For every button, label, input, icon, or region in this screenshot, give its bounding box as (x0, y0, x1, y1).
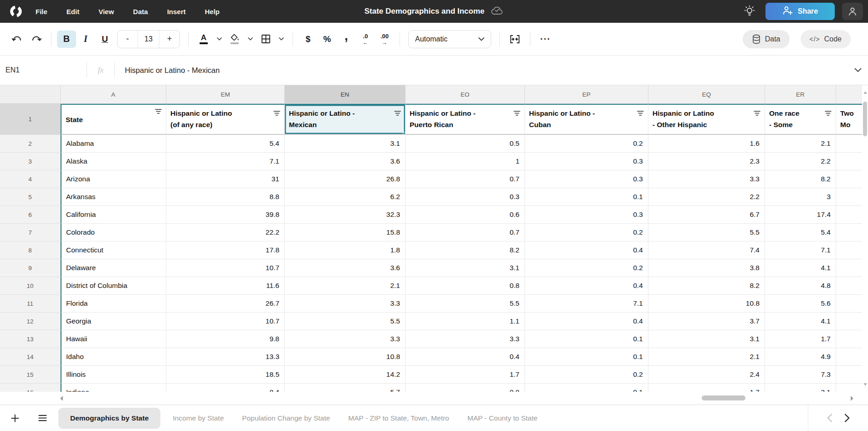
cell-A4[interactable]: Arizona (61, 170, 166, 188)
filter-icon[interactable] (754, 111, 760, 116)
cell-EQ4[interactable]: 3.3 (648, 170, 765, 188)
cell-ER10[interactable]: 4.8 (765, 277, 836, 295)
sheet-list-button[interactable] (34, 410, 51, 427)
column-header-EO[interactable]: EO (406, 85, 525, 104)
fill-handle[interactable] (403, 132, 406, 135)
row-number-10[interactable]: 10 (0, 277, 61, 295)
cell-EQ3[interactable]: 2.3 (648, 153, 765, 170)
borders-dropdown[interactable] (275, 31, 287, 48)
data-panel-button[interactable]: Data (743, 30, 790, 48)
row-number-9[interactable]: 9 (0, 259, 61, 277)
cell-EM12[interactable]: 10.7 (166, 313, 285, 330)
redo-button[interactable] (26, 31, 46, 48)
fill-color-dropdown[interactable] (244, 31, 256, 48)
bold-button[interactable]: B (57, 31, 76, 48)
cell-ER5[interactable]: 3 (765, 188, 836, 206)
cell-ER9[interactable]: 4.1 (765, 259, 836, 277)
cell-EM3[interactable]: 7.1 (166, 153, 285, 170)
cell-A14[interactable]: Idaho (61, 348, 166, 366)
share-button[interactable]: Share (765, 3, 835, 20)
cell-A15[interactable]: Illinois (61, 366, 166, 384)
cell-EQ9[interactable]: 3.8 (648, 259, 765, 277)
cell-EM7[interactable]: 22.2 (166, 224, 285, 241)
cell-EN11[interactable]: 3.3 (285, 295, 406, 313)
cell-EO13[interactable]: 3.3 (406, 330, 525, 348)
cell-EQ7[interactable]: 5.5 (648, 224, 765, 241)
cell-EP5[interactable]: 0.1 (525, 188, 648, 206)
cell-EO10[interactable]: 0.8 (406, 277, 525, 295)
filter-icon[interactable] (394, 111, 401, 116)
cell-EO11[interactable]: 5.5 (406, 295, 525, 313)
scroll-up-button[interactable] (863, 88, 868, 96)
cell-EM11[interactable]: 26.7 (166, 295, 285, 313)
cell-EP3[interactable]: 0.3 (525, 153, 648, 170)
menu-edit[interactable]: Edit (67, 8, 79, 15)
cell-A6[interactable]: California (61, 206, 166, 224)
filter-icon[interactable] (825, 111, 832, 116)
font-size-increase-button[interactable]: + (159, 31, 180, 48)
formula-input[interactable]: Hispanic or Latino - Mexican (115, 66, 848, 75)
font-size-decrease-button[interactable]: - (118, 31, 138, 48)
code-panel-button[interactable]: </> Code (801, 30, 851, 48)
cell-EO3[interactable]: 1 (406, 153, 525, 170)
cell-ER4[interactable]: 8.2 (765, 170, 836, 188)
menu-insert[interactable]: Insert (167, 8, 186, 15)
font-size-value[interactable]: 13 (138, 31, 159, 48)
cell-EM15[interactable]: 18.5 (166, 366, 285, 384)
cell-A10[interactable]: District of Columbia (61, 277, 166, 295)
cell-EP16[interactable]: 0.1 (525, 384, 648, 392)
number-format-select[interactable]: Automatic (408, 30, 491, 48)
account-avatar-button[interactable] (842, 3, 863, 20)
undo-button[interactable] (7, 31, 26, 48)
row-number-13[interactable]: 13 (0, 330, 61, 348)
cell-EN7[interactable]: 15.8 (285, 224, 406, 241)
cell-EN5[interactable]: 6.2 (285, 188, 406, 206)
cell-EP2[interactable]: 0.2 (525, 135, 648, 153)
more-options-button[interactable]: ··· (536, 31, 555, 48)
column-header-A[interactable]: A (61, 85, 166, 104)
cell-EQ2[interactable]: 1.6 (648, 135, 765, 153)
borders-button[interactable] (256, 31, 275, 48)
add-sheet-button[interactable] (6, 410, 24, 427)
vertical-scrollbar[interactable] (862, 85, 868, 392)
cell-EN10[interactable]: 2.1 (285, 277, 406, 295)
cell-reference-box[interactable]: EN1 (0, 66, 87, 74)
cell-EP15[interactable]: 0.2 (525, 366, 648, 384)
row-number-7[interactable]: 7 (0, 224, 61, 241)
row-number-11[interactable]: 11 (0, 295, 61, 313)
cell-EM6[interactable]: 39.8 (166, 206, 285, 224)
cell-EP1[interactable]: Hispanic or Latino -Cuban (525, 104, 648, 135)
row-number-3[interactable]: 3 (0, 153, 61, 170)
cell-A13[interactable]: Hawaii (61, 330, 166, 348)
filter-icon[interactable] (155, 109, 162, 114)
cell-EN14[interactable]: 10.8 (285, 348, 406, 366)
row-number-2[interactable]: 2 (0, 135, 61, 153)
menu-file[interactable]: File (36, 8, 47, 15)
cell-EM1[interactable]: Hispanic or Latino(of any race) (166, 104, 285, 135)
cell-EN2[interactable]: 3.1 (285, 135, 406, 153)
horizontal-scrollbar-thumb[interactable] (702, 395, 745, 400)
cell-EQ14[interactable]: 2.1 (648, 348, 765, 366)
cell-EO15[interactable]: 1.7 (406, 366, 525, 384)
cell-EN6[interactable]: 32.3 (285, 206, 406, 224)
cell-EP14[interactable]: 0.1 (525, 348, 648, 366)
merge-cells-button[interactable] (505, 31, 524, 48)
tab-scroll-left-button[interactable] (827, 414, 832, 422)
cell-ER8[interactable]: 7.1 (765, 241, 836, 259)
column-header-EN[interactable]: EN (285, 85, 406, 104)
horizontal-scrollbar[interactable] (0, 392, 868, 405)
cell-EN16[interactable]: 5.7 (285, 384, 406, 392)
tab-population-change-by-state[interactable]: Population Change by State (236, 408, 336, 429)
cell-EP11[interactable]: 7.1 (525, 295, 648, 313)
cell-EQ13[interactable]: 3.1 (648, 330, 765, 348)
decrease-decimals-button[interactable]: .0← (356, 31, 375, 48)
cell-A2[interactable]: Alabama (61, 135, 166, 153)
menu-help[interactable]: Help (205, 8, 220, 15)
cell-EP12[interactable]: 0.4 (525, 313, 648, 330)
cell-A3[interactable]: Alaska (61, 153, 166, 170)
cell-EP6[interactable]: 0.3 (525, 206, 648, 224)
tab-map-county-to-state[interactable]: MAP - County to State (462, 408, 544, 429)
cell-EQ12[interactable]: 3.7 (648, 313, 765, 330)
italic-button[interactable]: I (76, 31, 95, 48)
cell-EO5[interactable]: 0.3 (406, 188, 525, 206)
